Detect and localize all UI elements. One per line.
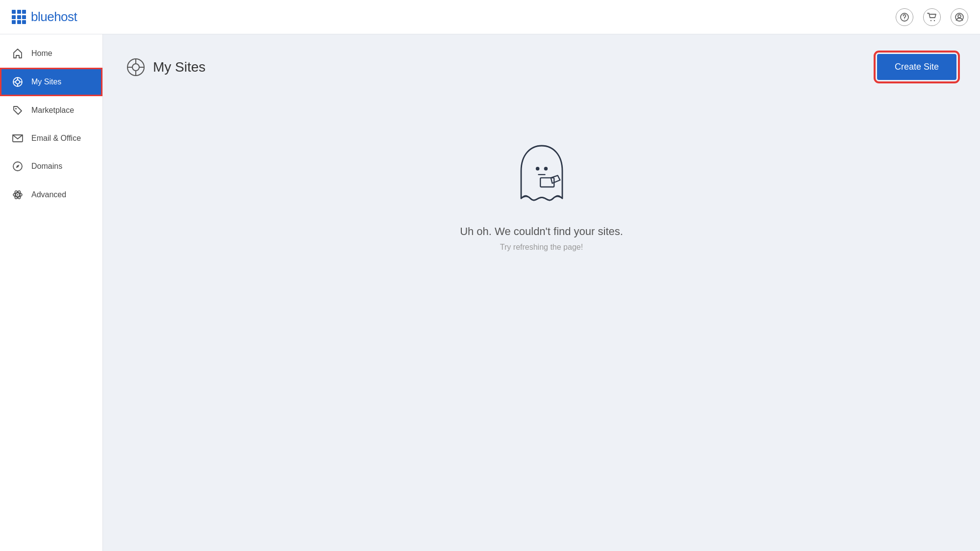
logo-link[interactable]: bluehost [12, 9, 77, 25]
svg-marker-15 [16, 165, 20, 168]
logo-grid-icon [12, 10, 26, 24]
sidebar: Home My Sites [0, 34, 103, 551]
svg-point-3 [934, 20, 935, 21]
sidebar-item-domains[interactable]: Domains [0, 152, 102, 181]
header: bluehost [0, 0, 980, 34]
atom-icon [12, 189, 24, 200]
svg-point-2 [930, 20, 931, 21]
user-button[interactable] [951, 8, 968, 26]
logo-text: bluehost [31, 9, 77, 25]
sidebar-item-advanced[interactable]: Advanced [0, 181, 102, 209]
empty-state-title: Uh oh. We couldn't find your sites. [460, 225, 623, 238]
cart-button[interactable] [923, 8, 941, 26]
empty-state-subtitle: Try refreshing the page! [500, 243, 583, 252]
sidebar-item-home-label: Home [31, 49, 52, 58]
svg-point-26 [535, 167, 539, 170]
svg-point-21 [132, 64, 139, 71]
empty-state: Uh oh. We couldn't find your sites. Try … [126, 109, 956, 281]
svg-point-19 [17, 194, 19, 196]
email-icon [12, 133, 24, 143]
wp-page-icon [126, 58, 145, 77]
sidebar-item-my-sites[interactable]: My Sites [0, 68, 102, 96]
page-header: My Sites Create Site [126, 54, 956, 80]
home-icon [12, 48, 24, 59]
header-icons [896, 8, 968, 26]
sidebar-item-my-sites-label: My Sites [31, 78, 61, 86]
sidebar-item-domains-label: Domains [31, 162, 62, 171]
ghost-illustration [510, 139, 574, 208]
compass-icon [12, 161, 24, 172]
svg-point-27 [544, 167, 547, 170]
sidebar-item-home[interactable]: Home [0, 39, 102, 68]
tag-icon [12, 105, 24, 116]
sidebar-item-email-office[interactable]: Email & Office [0, 125, 102, 152]
layout: Home My Sites [0, 34, 980, 551]
page-title-area: My Sites [126, 58, 205, 77]
help-button[interactable] [896, 8, 913, 26]
svg-point-1 [904, 19, 905, 19]
sidebar-item-marketplace-label: Marketplace [31, 106, 74, 115]
svg-point-12 [15, 108, 17, 109]
sidebar-item-email-office-label: Email & Office [31, 134, 81, 143]
svg-point-7 [16, 80, 20, 84]
sidebar-item-advanced-label: Advanced [31, 190, 66, 199]
wordpress-icon [12, 77, 24, 87]
main-content: My Sites Create Site Uh oh. We coul [103, 34, 980, 551]
page-title: My Sites [153, 59, 205, 75]
create-site-button[interactable]: Create Site [877, 54, 956, 80]
sidebar-item-marketplace[interactable]: Marketplace [0, 96, 102, 125]
svg-point-5 [958, 15, 961, 18]
